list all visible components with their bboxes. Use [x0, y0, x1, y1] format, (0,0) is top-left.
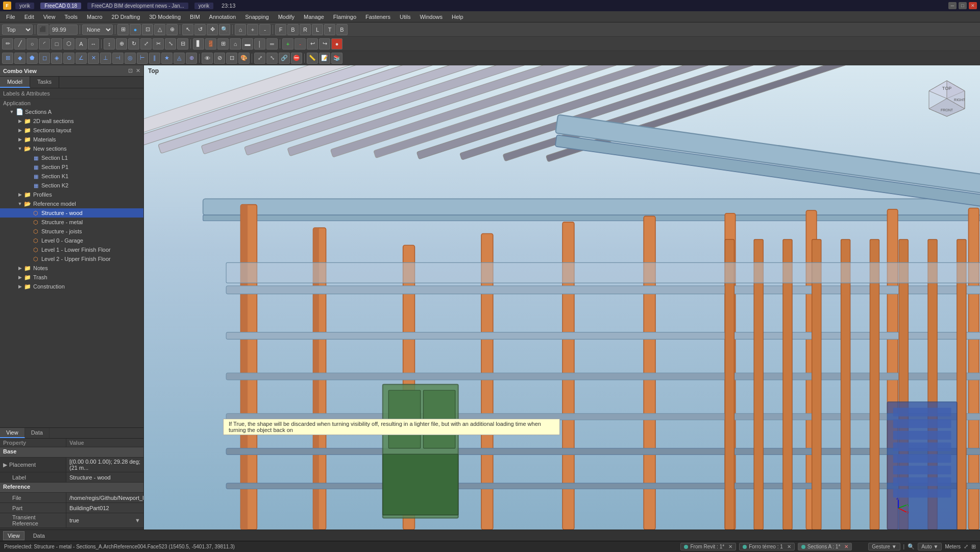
tb-undo-btn[interactable]: ↩ — [307, 38, 318, 50]
tb-zoomout-btn[interactable]: - — [259, 24, 271, 35]
tb-link-btn[interactable]: 🔗 — [279, 53, 290, 64]
tb-select-btn[interactable]: ↖ — [182, 24, 193, 35]
expand-icon[interactable]: ⤢ — [964, 543, 968, 550]
tb-roof-btn[interactable]: ⌂ — [230, 38, 241, 50]
tab-model[interactable]: Model — [0, 77, 30, 88]
tree-item-structure-metal[interactable]: ⬡ Structure - metal — [0, 218, 143, 227]
prop-tab-data[interactable]: Data — [25, 428, 50, 438]
menu-3d-modeling[interactable]: 3D Modeling — [145, 13, 185, 21]
prop-tab-view[interactable]: View — [0, 428, 25, 438]
tb-rotate-btn[interactable]: ↺ — [194, 24, 206, 35]
tb-door-btn[interactable]: 🚪 — [205, 38, 216, 50]
minimize-button[interactable]: ─ — [948, 2, 957, 9]
tree-item-section-p1[interactable]: ▦ Section P1 — [0, 162, 143, 172]
tb-rotate2-btn[interactable]: ↻ — [128, 38, 139, 50]
tree-arrow-prof[interactable]: ▶ — [16, 191, 23, 198]
tree-arrow-con[interactable]: ▶ — [16, 283, 23, 290]
status-tab-forro[interactable]: Forro térreo : 1 ✕ — [739, 543, 795, 550]
menu-windows[interactable]: Windows — [415, 13, 447, 21]
tb-text-btn[interactable]: A — [76, 38, 87, 50]
tree-arrow-mat[interactable]: ▶ — [16, 136, 23, 143]
tb-beam-btn[interactable]: ═ — [266, 38, 278, 50]
menu-fasteners[interactable]: Fasteners — [361, 13, 395, 21]
tree-item-level1[interactable]: ⬡ Level 1 - Lower Finish Floor — [0, 245, 143, 254]
menu-annotation[interactable]: Annotation — [205, 13, 240, 21]
menu-help[interactable]: Help — [448, 13, 468, 21]
tb-measure-btn[interactable]: 📏 — [307, 53, 318, 64]
prop-transient-dropdown-icon[interactable]: ▼ — [135, 517, 140, 523]
tree-item-level0[interactable]: ⬡ Level 0 - Garage — [0, 236, 143, 245]
tb-grid-btn[interactable]: ⊞ — [117, 24, 129, 35]
tree-item-trash[interactable]: ▶ 📁 Trash — [0, 273, 143, 282]
prop-expand-icon[interactable]: ▶ — [3, 462, 7, 468]
tb-snap-grid[interactable]: ⊞ — [2, 53, 13, 64]
tb-snap-inter[interactable]: ✕ — [88, 53, 99, 64]
tb-layer-btn[interactable]: 📚 — [331, 53, 342, 64]
tree-item-materials[interactable]: ▶ 📁 Materials — [0, 135, 143, 144]
titlebar-tab[interactable]: yorik — [15, 3, 34, 9]
tree-item-structure-joists[interactable]: ⬡ Structure - joists — [0, 227, 143, 236]
tb-scale-btn[interactable]: ⤢ — [140, 38, 152, 50]
tab-tasks[interactable]: Tasks — [30, 77, 59, 88]
titlebar-tab-yorik2[interactable]: yorik — [194, 3, 213, 9]
tree-item-ref-model[interactable]: ▼ 📂 Reference model — [0, 199, 143, 208]
tb-dim-btn[interactable]: ↔ — [88, 38, 99, 50]
tree-item-sections-layout[interactable]: ▶ 📁 Sections layout — [0, 126, 143, 135]
viewport[interactable]: Top If True, the shape will be discarded… — [144, 65, 980, 530]
menu-snapping[interactable]: Snapping — [241, 13, 273, 21]
tree-item-2d-wall[interactable]: ▶ 📁 2D wall sections — [0, 116, 143, 126]
prop-value-part[interactable]: BuildingPart012 — [66, 503, 143, 513]
tb-remove-btn[interactable]: - — [295, 38, 306, 50]
tree-arrow-trash[interactable]: ▶ — [16, 274, 23, 281]
tree-arrow-ref[interactable]: ▼ — [16, 200, 23, 207]
tb-trim-btn[interactable]: ✂ — [153, 38, 164, 50]
tb-snap-vertex[interactable]: ◆ — [14, 53, 26, 64]
tree-item-new-sections[interactable]: ▼ 📂 New sections — [0, 144, 143, 153]
tb-redo-btn[interactable]: ↪ — [319, 38, 330, 50]
tree-arrow-sections-a[interactable]: ▼ — [8, 108, 15, 115]
tb-fitall-btn[interactable]: ⊕ — [166, 24, 178, 35]
tb-add-btn[interactable]: + — [282, 38, 293, 50]
tb-left-btn[interactable]: L — [312, 24, 323, 35]
prop-value-placement[interactable]: [(0.00 0.00 1.00); 29.28 deg; (21 m... — [66, 458, 143, 472]
tb-pan-btn[interactable]: ✥ — [207, 24, 218, 35]
tb-top-btn[interactable]: T — [324, 24, 335, 35]
tree-item-profiles[interactable]: ▶ 📁 Profiles — [0, 190, 143, 199]
tb-snap-ext[interactable]: ⊢ — [137, 53, 148, 64]
maximize-button[interactable]: □ — [959, 2, 967, 9]
tb-snap-work[interactable]: ⊕ — [186, 53, 197, 64]
menu-bim[interactable]: BIM — [186, 13, 204, 21]
tree-arrow-ns[interactable]: ▼ — [16, 145, 23, 152]
tree-item-sections-a[interactable]: ▼ 📄 Sections A — [0, 107, 143, 116]
tree-arrow-notes[interactable]: ▶ — [16, 265, 23, 272]
view-dropdown[interactable]: TopFrontSide — [2, 25, 33, 35]
titlebar-tab-freecad[interactable]: FreeCAD 0.18 — [40, 3, 81, 9]
menu-utils[interactable]: Utils — [396, 13, 414, 21]
fullscreen-icon[interactable]: ⊞ — [971, 543, 976, 550]
status-tab-revit[interactable]: From Revit : 1* ✕ — [680, 543, 736, 550]
tb-offset-btn[interactable]: ⊟ — [177, 38, 188, 50]
combo-float-btn[interactable]: ⊡ — [128, 67, 133, 74]
tb-snap-mid[interactable]: ◈ — [51, 53, 62, 64]
auto-dropdown[interactable]: Auto ▼ — [918, 543, 942, 550]
status-tab-sections-close[interactable]: ✕ — [844, 544, 848, 549]
menu-tools[interactable]: Tools — [60, 13, 82, 21]
tb-back-btn[interactable]: B — [287, 24, 299, 35]
tree-item-structure-wood[interactable]: ⬡ Structure - wood — [0, 208, 143, 218]
menu-flamingo[interactable]: Flamingo — [329, 13, 360, 21]
zoom-input[interactable] — [50, 25, 78, 35]
tb-snap-spec[interactable]: ★ — [161, 53, 173, 64]
menu-view[interactable]: View — [39, 13, 60, 21]
status-tab-revit-close[interactable]: ✕ — [728, 544, 732, 549]
tb-copy-btn[interactable]: ⊕ — [116, 38, 127, 50]
menu-file[interactable]: File — [2, 13, 19, 21]
tb-section-btn[interactable]: ⊡ — [226, 53, 237, 64]
tb-snap-btn[interactable]: ● — [130, 24, 141, 35]
tb-column-btn[interactable]: │ — [254, 38, 265, 50]
gesture-dropdown[interactable]: Gesture ▼ — [868, 543, 900, 550]
tb-hide-btn[interactable]: ⊘ — [214, 53, 225, 64]
tb-arc-btn[interactable]: ◜ — [39, 38, 50, 50]
tb-floor-btn[interactable]: ▬ — [242, 38, 253, 50]
prop-value-transient[interactable]: true ▼ — [66, 513, 143, 527]
titlebar-tab-news[interactable]: FreeCAD BIM development news - Jan... — [87, 3, 188, 9]
